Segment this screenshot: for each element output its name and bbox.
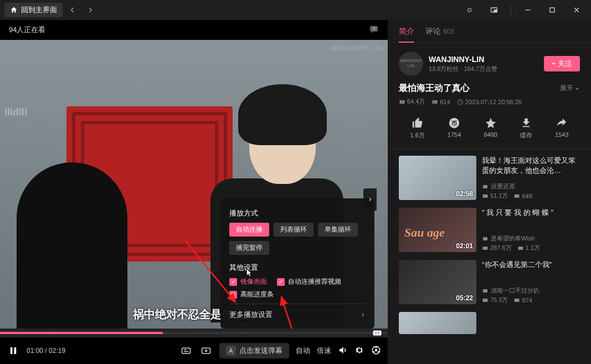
progress-thumb-icon [372,330,382,336]
settings-button[interactable] [354,345,364,357]
home-label: 回到主界面 [21,5,57,15]
rec-uploader: 设置还原 [482,182,580,191]
svg-text:币: 币 [451,120,457,126]
thumbsup-icon [412,117,424,129]
rec-duration: 02:58 [456,190,473,198]
uploader-name[interactable]: WANJINNY-LIN [429,55,538,64]
mode-listloop[interactable]: 列表循环 [274,223,314,237]
share-icon [556,117,568,129]
time-display: 01:00 / 02:19 [27,347,65,355]
mode-pauseafter[interactable]: 播完暂停 [229,241,269,255]
svg-point-7 [378,332,379,334]
uploader-info: WANJINNY-LIN 13.8万粉丝 · 164.7万点赞 [429,55,538,73]
titlebar-right [460,2,587,18]
download-icon [520,117,532,129]
quality-button[interactable]: 自动 [296,346,310,356]
minimize-button[interactable] [518,2,538,18]
collapse-toggle[interactable] [363,188,377,211]
feedback-icon[interactable]: ? [369,24,379,36]
rec-uploader: 浅啮一口不过分叭 [482,286,580,295]
avatar[interactable]: WANJINNYLIN [399,52,423,76]
svg-rect-8 [11,347,13,354]
rec-item[interactable]: Sau age02:01 " 我 只 要 我 的 蝴 蝶 " 是希望的希Wish… [399,208,580,252]
svg-rect-11 [202,348,210,353]
action-coin[interactable]: 币1754 [448,117,461,140]
close-button[interactable] [567,2,587,18]
recommendation-list[interactable]: 02:58 我晕！海王面对这么可爱又笨蛋的女朋友，他也会沦… 设置还原 51.1… [388,149,591,364]
watermark-bili: ilibili [4,106,27,118]
rec-item[interactable] [399,312,580,334]
pause-button[interactable] [7,344,20,357]
action-fav[interactable]: 8480 [484,117,497,140]
pip-button[interactable] [371,345,381,357]
svg-rect-23 [483,237,487,240]
checkbox-autonext[interactable]: ✓自动连播推荐视频 [277,277,341,286]
svg-rect-2 [550,8,554,12]
maximize-button[interactable] [542,2,562,18]
tab-comments[interactable]: 评论603 [425,27,454,42]
rec-stats: 287.6万1.1万 [482,244,580,252]
more-settings-label: 更多播放设置 [229,310,273,320]
nav-back[interactable] [65,2,80,18]
rec-thumbnail: Sau age02:01 [399,208,476,252]
meta-views: 64.4万 [399,98,425,106]
svg-text:?: ? [373,26,375,31]
minimize-icon [523,6,532,14]
checkmark-icon: ✓ [229,278,237,286]
player-viewport[interactable]: WANJINNY-LIN ilibili 祸中绝对不忍全是你的脸 播放方式 自动… [0,40,388,329]
svg-rect-26 [483,289,487,293]
nav-forward[interactable] [83,2,98,18]
video-title: 最怕海王动了真心 [399,83,470,94]
rec-item[interactable]: 05:22 "你不会遇见第二个我" 浅啮一口不过分叭 75.3万874 [399,260,580,304]
action-like-count: 1.6万 [410,131,425,140]
action-cache-label: 缓存 [520,131,532,140]
svg-rect-10 [182,348,191,353]
svg-point-14 [376,349,377,351]
pin-icon [465,6,474,14]
playmode-title: 播放方式 [229,208,366,218]
danmaku-settings[interactable] [199,344,213,357]
danmaku-placeholder: 点击发送弹幕 [239,346,282,356]
volume-button[interactable] [338,345,348,357]
sidebar: 简介 评论603 WANJINNYLIN WANJINNY-LIN 13.8万粉… [388,20,591,364]
expand-button[interactable]: 展开 [560,84,580,93]
more-settings[interactable]: 更多播放设置 [229,304,366,325]
checkbox-autonext-label: 自动连播推荐视频 [288,277,341,286]
pin-button[interactable] [460,2,480,18]
action-like[interactable]: 1.6万 [410,117,425,140]
svg-rect-21 [483,194,488,198]
video-area: 94人正在看 ? WANJINNY-LIN ilibili 祸中绝对不忍全是你的… [0,20,388,364]
player-topbar: 94人正在看 ? [0,20,388,40]
mode-singleloop[interactable]: 单集循环 [318,223,358,237]
close-icon [572,6,581,14]
player-controls: 01:00 / 02:19 A 点击发送弹幕 自动 倍速 [0,337,388,364]
uploader-stats: 13.8万粉丝 · 164.7万点赞 [429,65,538,73]
danmaku-input[interactable]: A 点击发送弹幕 [219,343,289,358]
progress-bar[interactable] [0,329,388,337]
tab-intro[interactable]: 简介 [399,27,414,42]
svg-rect-16 [433,100,438,104]
mini-window-icon [490,6,499,14]
speed-button[interactable]: 倍速 [317,346,331,356]
mini-button[interactable] [484,2,504,18]
svg-point-6 [376,332,377,334]
action-cache[interactable]: 缓存 [520,117,532,140]
checkbox-hdprogress[interactable]: ✓高能进度条 [229,290,274,299]
rec-thumbnail: 05:22 [399,260,476,304]
rec-item[interactable]: 02:58 我晕！海王面对这么可爱又笨蛋的女朋友，他也会沦… 设置还原 51.1… [399,156,580,200]
rec-stats: 75.3万874 [482,296,580,304]
checkbox-row-2: ✓高能进度条 [229,290,366,299]
viewer-count: 94人正在看 [9,25,45,35]
action-share[interactable]: 1543 [555,117,568,140]
titlebar: 回到主界面 [0,0,591,20]
action-row: 1.6万 币1754 8480 缓存 1543 [388,112,591,149]
sidebar-tabs: 简介 评论603 [388,20,591,43]
star-icon [485,117,497,129]
video-title-row: 最怕海王动了真心 展开 [388,83,591,94]
home-button[interactable]: 回到主界面 [4,3,63,17]
follow-button[interactable]: + 关注 [544,56,580,71]
rec-stats: 51.1万648 [482,192,580,200]
rec-title: " 我 只 要 我 的 蝴 蝶 " [482,208,580,218]
danmaku-toggle[interactable] [179,344,193,357]
mode-autoplay[interactable]: 自动连播 [229,223,269,237]
